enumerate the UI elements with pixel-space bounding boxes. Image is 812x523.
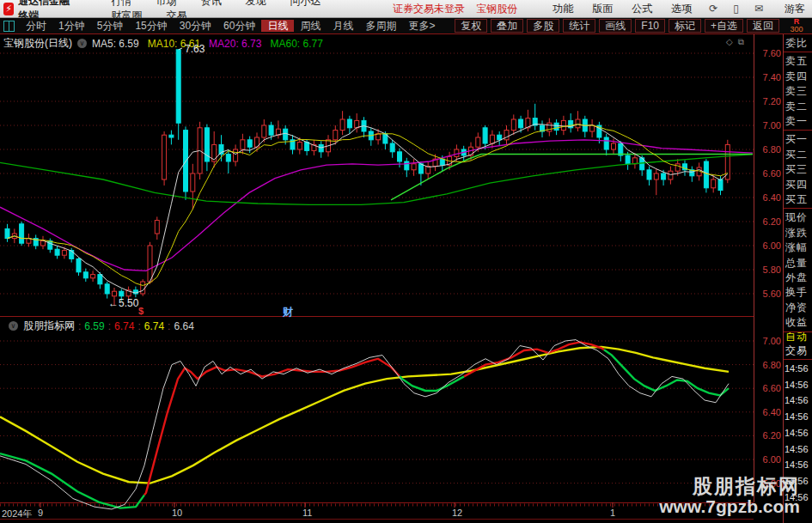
main-price-label: 6.60	[754, 168, 781, 179]
period-tab-1分钟[interactable]: 1分钟	[52, 20, 91, 32]
sidebar-field-买一: 买一	[785, 132, 808, 147]
sub-price-label: 6.60	[754, 383, 781, 393]
period-tab-月线[interactable]: 月线	[327, 20, 359, 32]
period-tab-60分钟[interactable]: 60分钟	[217, 20, 261, 32]
month-label-11: 11	[302, 508, 312, 518]
chevron-down-icon[interactable]: ∨	[77, 39, 87, 48]
period-tab-多周期[interactable]: 多周期	[359, 20, 402, 32]
indicator-name: 股朋指标网	[23, 319, 75, 333]
watermark-site-name: 股朋指标网	[659, 476, 800, 496]
sidebar-separator	[784, 52, 812, 52]
toolbar-button-统计[interactable]: 统计	[563, 19, 595, 33]
sidebar-separator	[784, 208, 812, 209]
sidebar-field-买五: 买五	[785, 192, 808, 207]
sidebar-field-收益: 收益	[785, 315, 808, 330]
main-price-label: 7.40	[754, 72, 781, 82]
period-tab-周线[interactable]: 周线	[294, 20, 327, 32]
chart-title: 宝钢股份(日线)	[3, 36, 72, 51]
toolbar-button-叠加[interactable]: 叠加	[491, 19, 523, 33]
menu-item-行情[interactable]: 行情	[111, 0, 131, 7]
menu-item-问小达[interactable]: 问小达	[290, 0, 321, 7]
toolbar-button-多股[interactable]: 多股	[527, 19, 559, 33]
period-tabs: 分时1分钟5分钟15分钟30分钟60分钟日线周线月线多周期更多>	[20, 19, 441, 33]
ma-label: MA20: 6.73	[209, 38, 261, 50]
title-bar-right: 功能版面公式选项⟳▯✉	[543, 2, 771, 16]
trade-time: 14:56	[785, 395, 809, 405]
menu-item-公式[interactable]: 公式	[632, 2, 652, 16]
phone-icon[interactable]: ▯	[733, 3, 739, 15]
sidebar-field-外盘: 外盘	[785, 271, 808, 285]
sidebar-field-涨跌: 涨跌	[785, 226, 808, 240]
toolbar-button-画线[interactable]: 画线	[599, 19, 632, 33]
main-price-label: 6.00	[754, 240, 781, 251]
watermark: 股朋指标网 www.7gpzb.com	[659, 476, 800, 517]
indicator-value: 6.74	[114, 320, 134, 332]
indicator-pane-header: ∨ 股朋指标网 :6.59:6.74:6.74:6.64	[3, 319, 194, 333]
period-tab-日线[interactable]: 日线	[261, 20, 294, 32]
sidebar-field-买三: 买三	[785, 162, 808, 177]
sidebar-separator	[784, 359, 812, 360]
period-tab-30分钟[interactable]: 30分钟	[174, 20, 217, 32]
menu-item-版面[interactable]: 版面	[592, 2, 613, 16]
sidebar-field-委比: 委比	[785, 36, 808, 51]
event-marker-dollar[interactable]: $	[138, 306, 143, 316]
period-toolbar: 分时1分钟5分钟15分钟30分钟60分钟日线周线月线多周期更多> 复权叠加多股统…	[0, 18, 812, 34]
ma-label: MA60: 6.77	[270, 38, 322, 50]
period-tab-5分钟[interactable]: 5分钟	[91, 20, 130, 32]
sidebar-field-卖五: 卖五	[785, 54, 808, 69]
sidebar-separator	[784, 130, 812, 131]
layout-icon[interactable]	[3, 21, 15, 32]
indicator-value-separator: :	[108, 320, 111, 332]
toolbar-button-+自选[interactable]: +自选	[705, 19, 743, 33]
trade-time: 14:56	[785, 363, 809, 374]
toolbar-button-F10[interactable]: F10	[635, 19, 665, 33]
main-price-label: 7.00	[754, 120, 781, 131]
trade-time: 14:56	[785, 444, 809, 454]
user-badge[interactable]: 游客	[785, 2, 805, 16]
period-tab-更多>[interactable]: 更多>	[402, 20, 441, 32]
sidebar-field-涨幅: 涨幅	[785, 240, 808, 255]
tdx-terminal-window: ⚡ 通达信金融终端 行情市场资讯发现问小达财富圈交易 证券交易未登录 宝钢股份 …	[0, 0, 812, 523]
title-bar: ⚡ 通达信金融终端 行情市场资讯发现问小达财富圈交易 证券交易未登录 宝钢股份 …	[0, 0, 812, 18]
high-price-annotation: 7.63	[185, 43, 205, 55]
month-label-12: 12	[452, 508, 462, 518]
toolbar-button-复权[interactable]: 复权	[455, 19, 487, 33]
period-tab-15分钟[interactable]: 15分钟	[129, 20, 173, 32]
toolbar-button-标记[interactable]: 标记	[669, 19, 701, 33]
app-logo-icon: ⚡	[3, 3, 14, 15]
low-price-annotation: ←5.50	[108, 297, 138, 309]
trade-button[interactable]: 交易	[785, 344, 808, 358]
refresh-icon[interactable]: ⟳	[709, 3, 717, 15]
main-price-label: 6.20	[754, 216, 781, 227]
indicator-value-separator: :	[137, 320, 140, 332]
menu-item-发现[interactable]: 发现	[245, 0, 266, 7]
watermark-url: www.7gpzb.com	[659, 496, 800, 517]
menu-item-选项[interactable]: 选项	[671, 2, 692, 16]
news-marker-cai[interactable]: 财	[283, 305, 293, 319]
menu-item-资讯[interactable]: 资讯	[200, 0, 221, 7]
quote-sidebar: 自动 交易 委比卖五卖四卖三卖二卖一买一买二买三买四买五现价涨跌涨幅总量外盘换手…	[784, 34, 812, 523]
toolbar-button-返回[interactable]: 返回	[747, 19, 779, 33]
chevron-down-icon[interactable]: ∨	[9, 321, 18, 331]
sidebar-field-卖一: 卖一	[785, 114, 808, 129]
mail-icon[interactable]: ✉	[754, 3, 763, 15]
trade-time: 14:56	[785, 411, 809, 422]
menu-item-功能[interactable]: 功能	[553, 2, 573, 16]
indicator-value: 6.64	[174, 320, 193, 332]
pane-corner-icons[interactable]: ◇⧉	[726, 37, 749, 47]
period-tab-分时[interactable]: 分时	[20, 20, 52, 32]
ma-label: MA5: 6.59	[92, 38, 139, 50]
price-chart-canvas[interactable]	[0, 34, 754, 520]
indicator-value: 6.59	[84, 320, 104, 332]
sidebar-field-换手: 换手	[785, 285, 808, 300]
main-pane-header: 宝钢股份(日线) ∨ MA5: 6.59MA10: 6.61MA20: 6.73…	[3, 36, 332, 51]
sidebar-field-买四: 买四	[785, 178, 808, 192]
indicator-values: :6.59:6.74:6.74:6.64	[75, 320, 194, 332]
month-label-10: 10	[172, 508, 182, 518]
sub-price-label: 6.00	[754, 454, 781, 465]
sidebar-field-买二: 买二	[785, 148, 808, 162]
menu-item-市场[interactable]: 市场	[156, 0, 176, 7]
indicator-value-separator: :	[78, 320, 81, 332]
main-price-label: 6.80	[754, 144, 781, 155]
login-notice[interactable]: 证券交易未登录 宝钢股份	[393, 2, 517, 16]
